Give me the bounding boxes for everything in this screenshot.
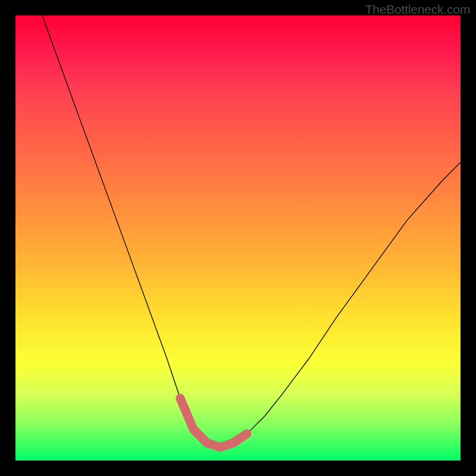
highlight-band [180,398,247,447]
plot-area [15,15,461,461]
bottleneck-curve [42,15,461,447]
watermark-text: TheBottleneck.com [365,2,470,17]
chart-frame: TheBottleneck.com [0,0,476,476]
curve-layer [15,15,461,461]
